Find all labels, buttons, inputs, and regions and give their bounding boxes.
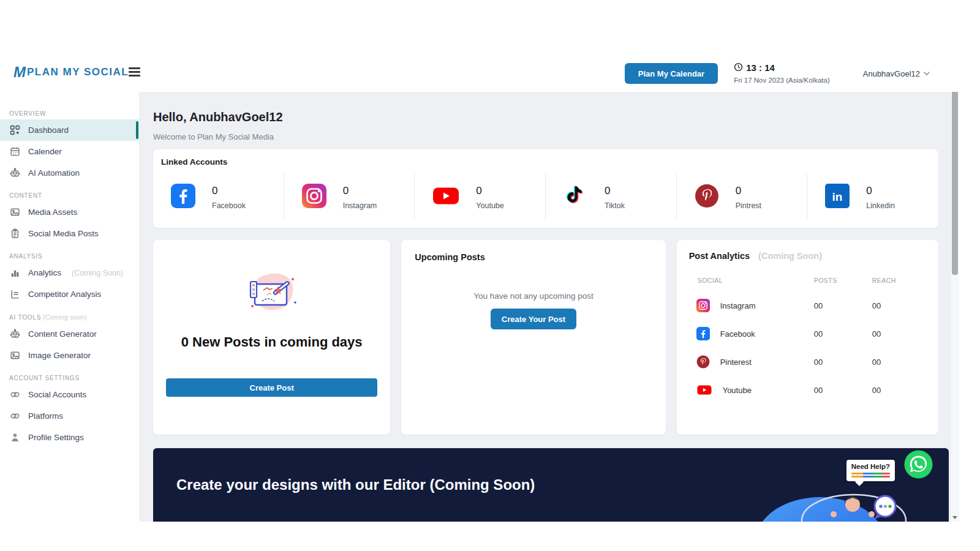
account-label: Facebook bbox=[212, 201, 246, 210]
sidebar-item-content-generator[interactable]: Content Generator bbox=[0, 323, 139, 345]
upcoming-empty-text: You have not any upcoming post bbox=[415, 291, 652, 301]
analytics-social-name: Facebook bbox=[720, 329, 755, 339]
calendar-icon bbox=[10, 146, 20, 157]
new-posts-title: 0 New Posts in coming days bbox=[181, 334, 363, 350]
clock-time: 13 : 14 bbox=[746, 62, 775, 74]
svg-text:in: in bbox=[832, 190, 843, 203]
app-logo[interactable]: M PLAN MY SOCIAL bbox=[13, 64, 129, 81]
tiktok-icon bbox=[564, 184, 588, 211]
sidebar-item-label: Platforms bbox=[28, 411, 63, 421]
youtube-icon bbox=[432, 184, 459, 211]
drawing-tablet-illustration bbox=[240, 271, 304, 321]
sidebar-item-platforms[interactable]: Platforms bbox=[0, 405, 139, 427]
analytics-social-name: Pinterest bbox=[720, 358, 752, 367]
analytics-col-social: SOCIAL bbox=[689, 277, 805, 284]
account-count: 0 bbox=[212, 185, 246, 197]
sidebar-item-ai-automation[interactable]: AI Automation bbox=[0, 162, 139, 184]
robot-icon bbox=[10, 329, 20, 339]
sidebar-item-competitor-analysis[interactable]: Competitor Analysis bbox=[0, 283, 139, 305]
image-icon bbox=[10, 350, 20, 361]
linked-accounts-title: Linked Accounts bbox=[153, 149, 938, 167]
account-label: Instagram bbox=[343, 201, 377, 210]
scroll-down-icon[interactable] bbox=[951, 514, 959, 522]
sidebar-section-content: CONTENT bbox=[0, 192, 139, 201]
sidebar-item-label: Social Media Posts bbox=[28, 229, 99, 238]
account-count: 0 bbox=[736, 185, 761, 197]
linked-account-tiktok[interactable]: 0Tiktok bbox=[546, 167, 677, 228]
analytics-social-name: Instagram bbox=[720, 301, 756, 310]
linked-account-instagram[interactable]: 0Instagram bbox=[284, 167, 415, 228]
facebook-icon bbox=[171, 184, 195, 211]
sidebar-item-media-assets[interactable]: Media Assets bbox=[0, 201, 139, 223]
linked-account-facebook[interactable]: 0Facebook bbox=[153, 167, 284, 228]
facebook-icon bbox=[696, 327, 710, 340]
sidebar-item-image-generator[interactable]: Image Generator bbox=[0, 345, 139, 366]
pinterest-icon bbox=[696, 355, 710, 369]
sidebar-item-label: Social Accounts bbox=[28, 390, 86, 399]
logo-mark-icon: M bbox=[13, 64, 26, 81]
analytics-social-name: Youtube bbox=[723, 386, 752, 395]
app-window: M PLAN MY SOCIAL Plan My Calendar 13 : 1… bbox=[0, 55, 959, 522]
clock-date: Fri 17 Nov 2023 (Asia/Kolkata) bbox=[734, 76, 830, 84]
whatsapp-icon[interactable] bbox=[904, 450, 933, 479]
page-title: Hello, AnubhavGoel12 bbox=[153, 110, 938, 124]
user-menu[interactable]: AnubhavGoel12 bbox=[863, 69, 930, 78]
dashboard-icon bbox=[10, 125, 20, 135]
image-icon bbox=[10, 207, 20, 217]
sidebar-item-dashboard[interactable]: Dashboard bbox=[0, 119, 139, 141]
linked-account-youtube[interactable]: 0Youtube bbox=[415, 167, 546, 228]
clipboard-icon bbox=[10, 228, 20, 239]
need-help-tooltip[interactable]: Need Help? bbox=[846, 460, 895, 481]
sidebar-item-calender[interactable]: Calender bbox=[0, 141, 139, 162]
analytics-posts-value: 00 bbox=[805, 358, 864, 367]
sidebar-item-label: Image Generator bbox=[28, 351, 91, 360]
sidebar-item-label: AI Automation bbox=[28, 168, 80, 178]
menu-toggle-icon[interactable] bbox=[129, 67, 140, 78]
account-label: Linkedin bbox=[866, 201, 895, 210]
create-post-button[interactable]: Create Post bbox=[166, 378, 377, 397]
sidebar-item-label: Content Generator bbox=[28, 329, 97, 339]
account-label: Youtube bbox=[476, 201, 503, 210]
analytics-reach-value: 00 bbox=[864, 301, 926, 310]
scrollbar-thumb[interactable] bbox=[952, 64, 958, 275]
sidebar-item-label: Profile Settings bbox=[28, 433, 84, 442]
sidebar-item-social-media-posts[interactable]: Social Media Posts bbox=[0, 223, 139, 244]
account-count: 0 bbox=[343, 185, 377, 197]
chevron-down-icon bbox=[924, 72, 930, 76]
analytics-col-reach: REACH bbox=[864, 277, 926, 284]
plan-my-calendar-button[interactable]: Plan My Calendar bbox=[625, 63, 718, 84]
logo-text: PLAN MY SOCIAL bbox=[27, 66, 129, 78]
linked-account-linkedin[interactable]: in0Linkedin bbox=[807, 167, 938, 228]
bar-chart-icon bbox=[10, 268, 20, 278]
clock-widget: 13 : 14 Fri 17 Nov 2023 (Asia/Kolkata) bbox=[734, 62, 830, 84]
account-label: Tiktok bbox=[605, 201, 625, 210]
sidebar-item-social-accounts[interactable]: Social Accounts bbox=[0, 384, 139, 405]
page-subtitle: Welcome to Plan My Social Media bbox=[153, 132, 938, 141]
linked-accounts-card: Linked Accounts 0Facebook0Instagram0Yout… bbox=[153, 149, 938, 228]
sidebar-item-profile-settings[interactable]: Profile Settings bbox=[0, 427, 139, 448]
linkedin-icon: in bbox=[825, 184, 850, 211]
sidebar-section-ai-tools: AI TOOLS (Coming soon) bbox=[0, 313, 139, 323]
person-icon bbox=[10, 432, 20, 443]
analytics-row-facebook: Facebook0000 bbox=[689, 327, 926, 340]
analytics-reach-value: 00 bbox=[864, 386, 926, 395]
instagram-icon bbox=[696, 299, 710, 312]
analytics-posts-value: 00 bbox=[805, 301, 864, 310]
coming-soon-label: (Coming Soon) bbox=[758, 251, 822, 261]
analytics-row-instagram: Instagram0000 bbox=[689, 299, 926, 312]
sidebar: OVERVIEWDashboardCalenderAI AutomationCO… bbox=[0, 92, 139, 522]
page-scrollbar[interactable] bbox=[950, 55, 959, 522]
sidebar-item-analytics[interactable]: Analytics(Coming Soon) bbox=[0, 262, 139, 283]
account-count: 0 bbox=[866, 185, 895, 197]
analytics-col-posts: POSTS bbox=[805, 277, 864, 284]
new-posts-card: 0 New Posts in coming days Create Post bbox=[153, 240, 390, 435]
sidebar-section-analysis: ANALYSIS bbox=[0, 253, 139, 262]
upcoming-posts-card: Upcoming Posts You have not any upcoming… bbox=[401, 240, 665, 435]
analytics-row-pinterest: Pinterest0000 bbox=[689, 355, 926, 369]
linked-account-pintrest[interactable]: 0Pintrest bbox=[677, 167, 808, 228]
youtube-icon bbox=[696, 383, 712, 397]
analytics-posts-value: 00 bbox=[805, 329, 864, 339]
create-your-post-button[interactable]: Create Your Post bbox=[491, 309, 576, 329]
editor-promo-banner: Create your designs with our Editor (Com… bbox=[153, 448, 949, 522]
main-content: Hello, AnubhavGoel12 Welcome to Plan My … bbox=[139, 92, 950, 522]
